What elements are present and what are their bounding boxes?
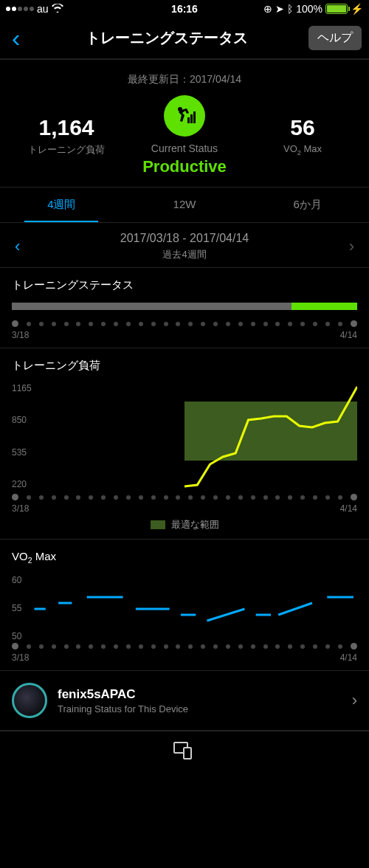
training-status-title: トレーニングステータス <box>12 278 357 292</box>
bottom-toolbar <box>0 731 369 772</box>
device-row[interactable]: fenix5sAPAC Training Status for This Dev… <box>0 670 369 731</box>
range-tabs: 4週間 12W 6か月 <box>0 187 369 223</box>
svg-rect-15 <box>184 748 191 759</box>
training-status-bar <box>12 303 357 310</box>
training-load-label: トレーニング負荷 <box>7 143 125 156</box>
ios-status-bar: au 16:16 ⊕ ➤ ᛒ 100% ⚡ <box>0 0 369 18</box>
wifi-icon <box>52 3 63 15</box>
runner-icon <box>164 95 205 137</box>
battery-icon <box>325 4 348 14</box>
current-status-label: Current Status <box>125 142 244 154</box>
battery-percent: 100% <box>296 3 323 15</box>
training-load-title: トレーニング負荷 <box>12 359 357 373</box>
bluetooth-icon: ᛒ <box>287 3 293 15</box>
chevron-right-icon: › <box>352 691 357 710</box>
charging-icon: ⚡ <box>351 3 363 15</box>
summary-panel: 最終更新日：2017/04/14 1,164 トレーニング負荷 Current … <box>0 59 369 187</box>
watch-icon <box>12 683 47 718</box>
vo2max-title: VO2 Max <box>12 550 357 565</box>
tab-4weeks[interactable]: 4週間 <box>0 187 123 222</box>
svg-rect-1 <box>187 117 190 123</box>
tab-6months[interactable]: 6か月 <box>246 187 369 222</box>
date-range-label: 2017/03/18 - 2017/04/14 <box>120 232 249 245</box>
clock-label: 16:16 <box>171 3 198 15</box>
training-status-section: トレーニングステータス 3/18 4/14 <box>0 267 369 348</box>
svg-line-10 <box>207 609 245 621</box>
vo2max-label: VO2 Max <box>244 143 362 156</box>
device-sub: Training Status for This Device <box>58 703 342 714</box>
svg-rect-3 <box>193 111 196 123</box>
vo2max-section: VO2 Max 60 55 50 3/18 4/14 <box>0 539 369 670</box>
tab-12w[interactable]: 12W <box>123 187 246 222</box>
status-dot-axis <box>12 320 357 327</box>
date-next-button[interactable]: › <box>346 237 357 256</box>
current-status-metric: Current Status Productive <box>125 95 244 176</box>
load-dot-axis <box>12 494 357 500</box>
training-load-section: トレーニング負荷 1165 850 535 220 3/18 4/14 最適な範… <box>0 348 369 539</box>
training-load-metric: 1,164 トレーニング負荷 <box>7 115 125 156</box>
axis-end: 4/14 <box>340 330 357 340</box>
carrier-label: au <box>37 3 49 15</box>
svg-rect-4 <box>184 402 357 461</box>
date-prev-button[interactable]: ‹ <box>12 237 23 256</box>
vo2max-value: 56 <box>244 115 362 140</box>
back-button[interactable]: ‹ <box>7 24 24 52</box>
date-sub-label: 過去4週間 <box>120 248 249 261</box>
svg-rect-2 <box>190 114 193 123</box>
optimal-range-swatch <box>151 520 165 529</box>
vo2max-metric: 56 VO2 Max <box>244 115 362 156</box>
training-load-value: 1,164 <box>7 115 125 140</box>
last-update-label: 最終更新日：2017/04/14 <box>0 73 369 86</box>
svg-line-12 <box>278 603 312 615</box>
orientation-lock-icon: ⊕ <box>263 3 272 15</box>
nav-bar: ‹ トレーニングステータス ヘルプ <box>0 18 369 59</box>
signal-dots-icon <box>6 7 34 11</box>
training-load-chart: 1165 850 535 220 <box>12 383 357 494</box>
load-legend: 最適な範囲 <box>12 518 357 531</box>
location-icon: ➤ <box>275 3 284 15</box>
devices-icon[interactable] <box>173 742 196 762</box>
device-name: fenix5sAPAC <box>58 687 342 702</box>
current-status-value: Productive <box>125 157 244 176</box>
vo2-dot-axis <box>12 643 357 650</box>
vo2max-chart: 60 55 50 <box>12 575 357 643</box>
page-title: トレーニングステータス <box>86 28 248 48</box>
date-navigator: ‹ 2017/03/18 - 2017/04/14 過去4週間 › <box>0 223 369 267</box>
help-button[interactable]: ヘルプ <box>308 26 362 50</box>
axis-start: 3/18 <box>12 330 29 340</box>
